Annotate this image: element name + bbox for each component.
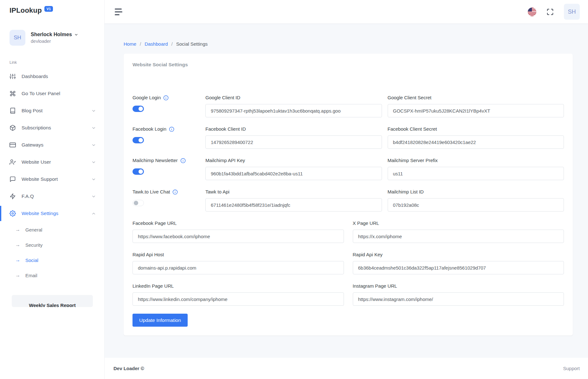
hamburger-icon[interactable] xyxy=(113,7,124,16)
sidebar-item-label: Dashboards xyxy=(22,74,48,79)
info-icon[interactable] xyxy=(169,127,174,132)
sidebar-item-website-support[interactable]: Website Support xyxy=(0,171,104,188)
sidebar-subitem-security[interactable]: → Security xyxy=(0,237,104,252)
mailchimp-server-prefix-input[interactable] xyxy=(388,167,564,180)
chevron-down-icon xyxy=(91,143,96,147)
avatar[interactable]: SH xyxy=(564,4,580,20)
sidebar-subitem-social[interactable]: → Social xyxy=(0,252,104,268)
info-icon[interactable] xyxy=(172,189,178,195)
arrow-right-icon: → xyxy=(15,227,20,232)
sidebar-item-dashboards[interactable]: Dashboards xyxy=(0,68,104,85)
facebook-page-url-label: Facebook Page URL xyxy=(132,220,344,227)
rapid-api-key-label: Rapid Api Key xyxy=(353,251,564,258)
breadcrumb-dashboard-link[interactable]: Dashboard xyxy=(145,41,168,47)
card-title: Website Social Settings xyxy=(132,62,564,68)
zap-icon xyxy=(10,193,16,199)
tawk-live-chat-label: Tawk.to Live Chat xyxy=(132,188,170,195)
sliders-icon xyxy=(10,73,16,80)
arrow-right-icon: → xyxy=(15,257,20,263)
facebook-client-id-label: Facebook Client ID xyxy=(205,126,382,133)
rapid-api-host-input[interactable] xyxy=(132,261,344,274)
facebook-client-secret-input[interactable] xyxy=(388,135,564,149)
user-role: devloader xyxy=(31,39,78,44)
sidebar-item-label: Website Support xyxy=(22,176,58,182)
info-icon[interactable] xyxy=(180,158,186,163)
form-row: Mailchimp Newsletter Mailchimp API Key M… xyxy=(132,157,564,180)
linkedin-page-url-input[interactable] xyxy=(132,292,344,306)
brand-logo[interactable]: IPLookup xyxy=(10,6,42,15)
x-page-url-input[interactable] xyxy=(353,230,564,243)
update-information-button[interactable]: Update Information xyxy=(132,314,188,327)
sidebar-item-label: Blog Post xyxy=(22,108,42,114)
tawk-api-label: Tawk to Api xyxy=(205,188,382,195)
sidebar-item-label: Subscriptions xyxy=(22,125,51,131)
info-icon[interactable] xyxy=(163,95,169,101)
chevron-up-icon xyxy=(91,211,96,216)
breadcrumb: Home / Dashboard / Social Settings xyxy=(124,41,573,47)
google-client-id-input[interactable] xyxy=(205,104,382,117)
sidebar-item-label: Website User xyxy=(22,159,51,165)
facebook-page-url-input[interactable] xyxy=(132,230,344,243)
topbar: SH xyxy=(105,0,588,23)
google-login-toggle[interactable] xyxy=(132,106,144,112)
footer-support-link[interactable]: Support xyxy=(563,366,580,371)
fullscreen-icon[interactable] xyxy=(546,8,554,16)
chevron-down-icon xyxy=(91,126,96,130)
tawk-api-input[interactable] xyxy=(205,198,382,212)
arrow-right-icon: → xyxy=(15,272,20,278)
google-login-label: Google Login xyxy=(132,94,161,101)
sidebar-item-website-user[interactable]: Website User xyxy=(0,154,104,171)
sidebar-subitem-label: Email xyxy=(25,273,37,278)
arrow-right-icon: → xyxy=(15,242,20,248)
sidebar-item-label: Gateways xyxy=(22,142,43,148)
brand[interactable]: IPLookup V1 xyxy=(0,0,104,15)
main-area: SH Home / Dashboard / Social Settings We… xyxy=(105,0,588,379)
breadcrumb-home-link[interactable]: Home xyxy=(124,41,136,47)
us-flag-icon[interactable] xyxy=(528,8,536,16)
user-name: Sherlock Holmes xyxy=(31,32,72,37)
chevron-down-icon xyxy=(74,33,78,37)
mailchimp-list-id-input[interactable] xyxy=(388,198,564,212)
facebook-login-toggle[interactable] xyxy=(132,137,144,143)
social-settings-card: Website Social Settings Google Login Goo… xyxy=(124,54,573,336)
sidebar-promo-card: Weekly Sales Report xyxy=(12,295,93,307)
sidebar-item-gateways[interactable]: Gateways xyxy=(0,136,104,154)
sidebar-item-faq[interactable]: F.A.Q xyxy=(0,188,104,205)
facebook-login-label: Facebook Login xyxy=(132,126,166,133)
sidebar-item-subscriptions[interactable]: Subscriptions xyxy=(0,119,104,136)
sidebar-subitem-email[interactable]: → Email xyxy=(0,268,104,283)
form-row: Facebook Login Facebook Client ID Facebo… xyxy=(132,126,564,149)
mailchimp-api-key-label: Mailchimp API Key xyxy=(205,157,382,164)
sidebar-item-label: Website Settings xyxy=(22,211,58,216)
sidebar-item-go-to-user-panel[interactable]: Go To User Panel xyxy=(0,85,104,102)
sidebar-user-menu[interactable]: SH Sherlock Holmes devloader xyxy=(0,30,104,46)
mailchimp-api-key-input[interactable] xyxy=(205,167,382,180)
message-square-icon xyxy=(10,176,16,182)
instagram-page-url-input[interactable] xyxy=(353,292,564,306)
chevron-down-icon xyxy=(91,194,96,199)
sidebar-subitem-general[interactable]: → General xyxy=(0,222,104,237)
sidebar-section-label: Link xyxy=(0,60,104,65)
mailchimp-server-prefix-label: Mailchimp Server Prefix xyxy=(388,157,564,164)
mailchimp-newsletter-toggle[interactable] xyxy=(132,168,144,175)
form-row: Tawk.to Live Chat Tawk to Api Mailchimp … xyxy=(132,188,564,212)
user-check-icon xyxy=(10,159,16,165)
mailchimp-list-id-label: Mailchimp List ID xyxy=(388,188,564,195)
google-client-secret-label: Google Client Secret xyxy=(388,94,564,101)
sidebar-subitem-label: General xyxy=(25,227,42,232)
page-content: Home / Dashboard / Social Settings Websi… xyxy=(105,23,588,358)
facebook-client-id-input[interactable] xyxy=(205,135,382,149)
google-client-id-label: Google Client ID xyxy=(205,94,382,101)
rapid-api-key-input[interactable] xyxy=(353,261,564,274)
tawk-live-chat-toggle[interactable] xyxy=(132,200,144,206)
google-client-secret-input[interactable] xyxy=(388,104,564,117)
instagram-page-url-label: Instagram Page URL xyxy=(353,283,564,290)
sidebar-item-website-settings[interactable]: Website Settings xyxy=(0,205,104,222)
sidebar-nav: Dashboards Go To User Panel Blog Post Su… xyxy=(0,68,104,283)
chevron-down-icon xyxy=(91,108,96,113)
rapid-api-host-label: Rapid Api Host xyxy=(132,251,344,258)
form-row: Rapid Api Host Rapid Api Key xyxy=(132,251,564,274)
sidebar-item-blog-post[interactable]: Blog Post xyxy=(0,102,104,119)
breadcrumb-current: Social Settings xyxy=(176,41,208,47)
sidebar: IPLookup V1 SH Sherlock Holmes devloader… xyxy=(0,0,105,379)
